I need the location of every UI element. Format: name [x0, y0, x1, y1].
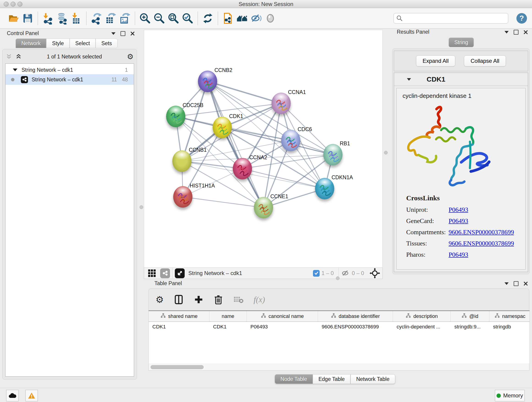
- protein-ribbon-thumbnail: [326, 148, 340, 163]
- tab-edge-table[interactable]: Edge Table: [313, 374, 351, 384]
- tab-string[interactable]: String: [449, 38, 474, 47]
- column-type-icon: [160, 313, 166, 320]
- toolbar-separator: [38, 12, 38, 25]
- control-panel-title: Control Panel: [7, 30, 39, 36]
- column-header-shared-name[interactable]: shared name: [149, 311, 209, 322]
- crosslink-link[interactable]: 9606.ENSP00000378699: [449, 229, 514, 236]
- export-image-icon[interactable]: [118, 11, 132, 26]
- tab-node-table[interactable]: Node Table: [275, 374, 313, 384]
- network-node-ccna1[interactable]: [272, 93, 291, 114]
- network-node-ccnb1[interactable]: [172, 150, 191, 172]
- column-label: canonical name: [268, 313, 304, 319]
- network-node-cdc25b[interactable]: [166, 106, 185, 127]
- crosslink-link[interactable]: P06493: [449, 217, 468, 225]
- open-session-icon[interactable]: [6, 11, 21, 26]
- column-header--id[interactable]: @id: [451, 311, 489, 322]
- network-node-hist1h1a[interactable]: [173, 186, 192, 208]
- panel-float-icon[interactable]: [514, 30, 519, 35]
- selected-checkbox-icon[interactable]: [313, 270, 320, 277]
- zoom-fit-icon[interactable]: [166, 11, 181, 26]
- network-node-ccnb2[interactable]: [198, 70, 217, 92]
- cdk1-entry-header[interactable]: CDK1: [394, 73, 528, 86]
- right-splitter-handle[interactable]: [384, 151, 388, 154]
- help-icon[interactable]: ?: [516, 13, 527, 24]
- column-header-canonical-name[interactable]: canonical name: [247, 311, 318, 322]
- panel-float-icon[interactable]: [120, 31, 125, 36]
- collapse-all-button[interactable]: Collapse All: [464, 56, 506, 66]
- network-node-ccne1[interactable]: [254, 197, 273, 218]
- table-horizontal-scrollbar[interactable]: [148, 364, 529, 370]
- panel-menu-icon[interactable]: [505, 31, 509, 33]
- column-header-namespac[interactable]: namespac: [489, 311, 530, 322]
- crosslink-link[interactable]: 9606.ENSP00000378699: [449, 240, 514, 247]
- expand-all-icon[interactable]: [15, 54, 22, 60]
- add-column-icon[interactable]: [194, 294, 204, 305]
- show-details-eye-icon[interactable]: [264, 11, 278, 26]
- panel-close-icon[interactable]: [130, 32, 135, 36]
- crosslink-link[interactable]: P06493: [449, 206, 468, 213]
- left-splitter-handle[interactable]: [139, 205, 143, 209]
- column-header-database-identifier[interactable]: database identifier: [318, 311, 393, 322]
- network-canvas[interactable]: CCNB2CCNA1CDC25BCDK1CDC6RB1CCNB1CCNA2CDK…: [144, 30, 383, 268]
- show-columns-icon[interactable]: [173, 294, 184, 305]
- table-cell: stringdb: [489, 322, 530, 332]
- network-edge[interactable]: [208, 81, 281, 103]
- panel-menu-icon[interactable]: [505, 282, 509, 285]
- zoom-in-icon[interactable]: [138, 11, 152, 26]
- hide-details-eye-slash-icon[interactable]: [249, 11, 264, 26]
- export-network-icon[interactable]: [89, 11, 104, 26]
- node-label-cdc25b: CDC25B: [183, 102, 203, 108]
- import-table-icon[interactable]: [69, 11, 83, 26]
- fit-selected-crosshair-icon[interactable]: [370, 268, 380, 279]
- panel-float-icon[interactable]: [514, 281, 519, 286]
- tab-style[interactable]: Style: [46, 38, 70, 48]
- network-edge[interactable]: [208, 81, 264, 208]
- expand-all-button[interactable]: Expand All: [416, 56, 455, 66]
- control-panel-header-icons: [111, 31, 135, 36]
- network-overview-icon[interactable]: [160, 268, 170, 278]
- column-header-name[interactable]: name: [209, 311, 247, 322]
- tab-select[interactable]: Select: [70, 38, 96, 48]
- collapse-all-icon[interactable]: [6, 54, 12, 60]
- crosslink-link[interactable]: P06493: [449, 251, 468, 258]
- entry-collapse-icon[interactable]: [407, 78, 411, 81]
- search-input[interactable]: [394, 13, 508, 24]
- import-network-file-icon[interactable]: [41, 11, 55, 26]
- network-collection-row[interactable]: String Network – cdk1 1: [6, 65, 134, 75]
- network-options-gear-icon[interactable]: ⚙: [127, 53, 133, 60]
- main-toolbar: ?: [0, 8, 532, 29]
- network-node-cdkn1a[interactable]: [315, 178, 334, 199]
- table-row[interactable]: CDK1CDK1P064939606.ENSP00000378699cyclin…: [149, 322, 530, 332]
- warnings-button[interactable]: [25, 390, 38, 401]
- network-node-cdc6[interactable]: [281, 130, 300, 151]
- tab-network-table[interactable]: Network Table: [351, 374, 395, 384]
- zoom-selected-icon[interactable]: [181, 11, 195, 26]
- network-edge[interactable]: [183, 197, 264, 208]
- scrollbar-thumb[interactable]: [151, 365, 204, 369]
- node-label-ccna2: CCNA2: [249, 154, 267, 161]
- network-node-rb1[interactable]: [323, 144, 342, 166]
- home-icon[interactable]: [235, 11, 249, 26]
- network-from-file-icon[interactable]: [221, 11, 235, 26]
- goto-network-icon[interactable]: [175, 268, 185, 278]
- panel-close-icon[interactable]: [524, 281, 528, 286]
- panel-menu-icon[interactable]: [111, 32, 115, 35]
- import-network-database-icon[interactable]: [55, 11, 69, 26]
- network-row-selected[interactable]: String Network – cdk1 11 48: [6, 74, 134, 85]
- network-node-ccna2[interactable]: [233, 158, 252, 179]
- tab-sets[interactable]: Sets: [95, 38, 118, 48]
- delete-column-icon[interactable]: [213, 294, 223, 305]
- memory-button[interactable]: Memory: [495, 390, 525, 401]
- refresh-icon[interactable]: [201, 11, 215, 26]
- zoom-out-icon[interactable]: [152, 11, 166, 26]
- panel-close-icon[interactable]: [524, 30, 528, 34]
- tab-network[interactable]: Network: [16, 38, 46, 48]
- column-header-description[interactable]: description: [393, 311, 451, 322]
- export-table-icon[interactable]: [104, 11, 118, 26]
- table-options-gear-icon[interactable]: ⚙: [156, 295, 164, 304]
- birds-eye-grid-icon[interactable]: [147, 269, 157, 278]
- cloud-button[interactable]: [6, 390, 19, 401]
- network-node-cdk1[interactable]: [213, 117, 232, 138]
- save-session-icon[interactable]: [21, 11, 35, 26]
- tree-expand-icon[interactable]: [13, 69, 17, 71]
